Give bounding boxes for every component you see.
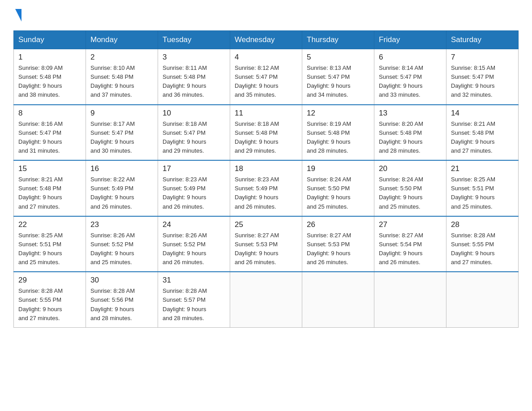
logo-triangle-icon [15, 9, 21, 21]
weekday-header-wednesday: Wednesday [230, 31, 302, 49]
day-number: 17 [163, 164, 225, 173]
weekday-header-tuesday: Tuesday [158, 31, 230, 49]
day-info: Sunrise: 8:24 AMSunset: 5:50 PMDaylight:… [379, 176, 423, 210]
calendar-cell: 23 Sunrise: 8:26 AMSunset: 5:52 PMDaylig… [86, 216, 158, 272]
day-info: Sunrise: 8:25 AMSunset: 5:51 PMDaylight:… [451, 176, 495, 210]
day-number: 4 [235, 53, 297, 62]
day-info: Sunrise: 8:09 AMSunset: 5:48 PMDaylight:… [18, 64, 63, 98]
week-row-3: 15 Sunrise: 8:21 AMSunset: 5:48 PMDaylig… [14, 160, 519, 216]
day-number: 27 [379, 220, 442, 229]
day-number: 13 [379, 109, 442, 118]
calendar-cell: 3 Sunrise: 8:11 AMSunset: 5:48 PMDayligh… [158, 49, 230, 105]
weekday-header-friday: Friday [374, 31, 446, 49]
page-header [13, 9, 519, 22]
day-number: 6 [379, 53, 442, 62]
calendar-cell: 27 Sunrise: 8:27 AMSunset: 5:54 PMDaylig… [374, 216, 446, 272]
day-info: Sunrise: 8:26 AMSunset: 5:52 PMDaylight:… [90, 232, 135, 265]
day-number: 3 [163, 53, 225, 62]
day-number: 12 [307, 109, 369, 118]
day-info: Sunrise: 8:10 AMSunset: 5:48 PMDaylight:… [90, 64, 135, 98]
calendar-cell: 6 Sunrise: 8:14 AMSunset: 5:47 PMDayligh… [374, 49, 446, 105]
day-info: Sunrise: 8:18 AMSunset: 5:47 PMDaylight:… [163, 120, 207, 154]
calendar-cell: 18 Sunrise: 8:23 AMSunset: 5:49 PMDaylig… [230, 160, 302, 216]
calendar-cell: 15 Sunrise: 8:21 AMSunset: 5:48 PMDaylig… [14, 160, 86, 216]
day-info: Sunrise: 8:25 AMSunset: 5:51 PMDaylight:… [18, 232, 63, 265]
calendar-cell: 5 Sunrise: 8:13 AMSunset: 5:47 PMDayligh… [302, 49, 374, 105]
day-info: Sunrise: 8:11 AMSunset: 5:48 PMDaylight:… [163, 64, 207, 98]
day-info: Sunrise: 8:19 AMSunset: 5:48 PMDaylight:… [307, 120, 351, 154]
day-info: Sunrise: 8:24 AMSunset: 5:50 PMDaylight:… [307, 176, 351, 210]
day-info: Sunrise: 8:26 AMSunset: 5:52 PMDaylight:… [163, 232, 207, 265]
calendar-cell: 26 Sunrise: 8:27 AMSunset: 5:53 PMDaylig… [302, 216, 374, 272]
day-number: 24 [163, 220, 225, 229]
day-number: 22 [18, 220, 81, 229]
week-row-1: 1 Sunrise: 8:09 AMSunset: 5:48 PMDayligh… [14, 49, 519, 105]
day-number: 2 [90, 53, 153, 62]
day-number: 16 [90, 164, 153, 173]
day-info: Sunrise: 8:21 AMSunset: 5:48 PMDaylight:… [451, 120, 495, 154]
day-number: 29 [18, 276, 81, 285]
day-number: 1 [18, 53, 81, 62]
calendar-cell: 31 Sunrise: 8:28 AMSunset: 5:57 PMDaylig… [158, 272, 230, 327]
day-info: Sunrise: 8:20 AMSunset: 5:48 PMDaylight:… [379, 120, 423, 154]
day-info: Sunrise: 8:16 AMSunset: 5:47 PMDaylight:… [18, 120, 63, 154]
day-number: 23 [90, 220, 153, 229]
calendar-cell: 11 Sunrise: 8:18 AMSunset: 5:48 PMDaylig… [230, 105, 302, 161]
logo [13, 9, 21, 22]
day-info: Sunrise: 8:28 AMSunset: 5:55 PMDaylight:… [451, 232, 495, 265]
day-info: Sunrise: 8:28 AMSunset: 5:57 PMDaylight:… [163, 287, 207, 321]
calendar-cell: 24 Sunrise: 8:26 AMSunset: 5:52 PMDaylig… [158, 216, 230, 272]
calendar-cell: 29 Sunrise: 8:28 AMSunset: 5:55 PMDaylig… [14, 272, 86, 327]
day-number: 5 [307, 53, 369, 62]
calendar-cell: 9 Sunrise: 8:17 AMSunset: 5:47 PMDayligh… [86, 105, 158, 161]
calendar-cell: 16 Sunrise: 8:22 AMSunset: 5:49 PMDaylig… [86, 160, 158, 216]
day-number: 19 [307, 164, 369, 173]
day-info: Sunrise: 8:27 AMSunset: 5:54 PMDaylight:… [379, 232, 423, 265]
calendar-cell: 22 Sunrise: 8:25 AMSunset: 5:51 PMDaylig… [14, 216, 86, 272]
weekday-header-sunday: Sunday [14, 31, 86, 49]
day-info: Sunrise: 8:28 AMSunset: 5:56 PMDaylight:… [90, 287, 135, 321]
day-info: Sunrise: 8:27 AMSunset: 5:53 PMDaylight:… [235, 232, 279, 265]
day-info: Sunrise: 8:17 AMSunset: 5:47 PMDaylight:… [90, 120, 135, 154]
calendar-cell: 25 Sunrise: 8:27 AMSunset: 5:53 PMDaylig… [230, 216, 302, 272]
calendar-cell: 7 Sunrise: 8:15 AMSunset: 5:47 PMDayligh… [446, 49, 519, 105]
calendar-cell: 4 Sunrise: 8:12 AMSunset: 5:47 PMDayligh… [230, 49, 302, 105]
day-number: 21 [451, 164, 514, 173]
day-number: 25 [235, 220, 297, 229]
day-info: Sunrise: 8:27 AMSunset: 5:53 PMDaylight:… [307, 232, 351, 265]
day-number: 31 [163, 276, 225, 285]
day-info: Sunrise: 8:23 AMSunset: 5:49 PMDaylight:… [163, 176, 207, 210]
calendar-cell: 14 Sunrise: 8:21 AMSunset: 5:48 PMDaylig… [446, 105, 519, 161]
day-info: Sunrise: 8:15 AMSunset: 5:47 PMDaylight:… [451, 64, 495, 98]
day-info: Sunrise: 8:14 AMSunset: 5:47 PMDaylight:… [379, 64, 423, 98]
calendar-cell: 8 Sunrise: 8:16 AMSunset: 5:47 PMDayligh… [14, 105, 86, 161]
weekday-header-monday: Monday [86, 31, 158, 49]
calendar-cell: 19 Sunrise: 8:24 AMSunset: 5:50 PMDaylig… [302, 160, 374, 216]
day-number: 15 [18, 164, 81, 173]
weekday-header-thursday: Thursday [302, 31, 374, 49]
calendar-cell [374, 272, 446, 327]
day-info: Sunrise: 8:18 AMSunset: 5:48 PMDaylight:… [235, 120, 279, 154]
day-number: 18 [235, 164, 297, 173]
calendar-cell: 10 Sunrise: 8:18 AMSunset: 5:47 PMDaylig… [158, 105, 230, 161]
day-number: 10 [163, 109, 225, 118]
day-info: Sunrise: 8:21 AMSunset: 5:48 PMDaylight:… [18, 176, 63, 210]
day-number: 7 [451, 53, 514, 62]
calendar-cell: 17 Sunrise: 8:23 AMSunset: 5:49 PMDaylig… [158, 160, 230, 216]
day-number: 28 [451, 220, 514, 229]
day-number: 8 [18, 109, 81, 118]
calendar-cell: 1 Sunrise: 8:09 AMSunset: 5:48 PMDayligh… [14, 49, 86, 105]
calendar-cell [446, 272, 519, 327]
calendar-cell: 30 Sunrise: 8:28 AMSunset: 5:56 PMDaylig… [86, 272, 158, 327]
day-number: 14 [451, 109, 514, 118]
day-info: Sunrise: 8:22 AMSunset: 5:49 PMDaylight:… [90, 176, 135, 210]
calendar-cell: 12 Sunrise: 8:19 AMSunset: 5:48 PMDaylig… [302, 105, 374, 161]
day-number: 20 [379, 164, 442, 173]
day-info: Sunrise: 8:13 AMSunset: 5:47 PMDaylight:… [307, 64, 351, 98]
calendar-cell [302, 272, 374, 327]
day-info: Sunrise: 8:12 AMSunset: 5:47 PMDaylight:… [235, 64, 279, 98]
calendar-cell: 2 Sunrise: 8:10 AMSunset: 5:48 PMDayligh… [86, 49, 158, 105]
calendar-cell: 21 Sunrise: 8:25 AMSunset: 5:51 PMDaylig… [446, 160, 519, 216]
calendar-cell: 28 Sunrise: 8:28 AMSunset: 5:55 PMDaylig… [446, 216, 519, 272]
day-number: 11 [235, 109, 297, 118]
